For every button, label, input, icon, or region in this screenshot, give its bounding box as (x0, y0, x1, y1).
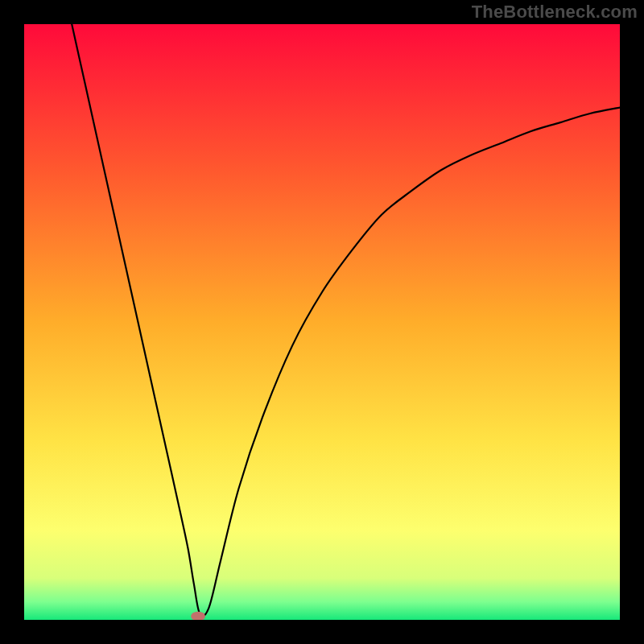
plot-area (24, 24, 620, 620)
chart-stage: TheBottleneck.com (0, 0, 644, 644)
watermark-text: TheBottleneck.com (472, 2, 638, 23)
gradient-background (24, 24, 620, 620)
plot-svg (24, 24, 620, 620)
